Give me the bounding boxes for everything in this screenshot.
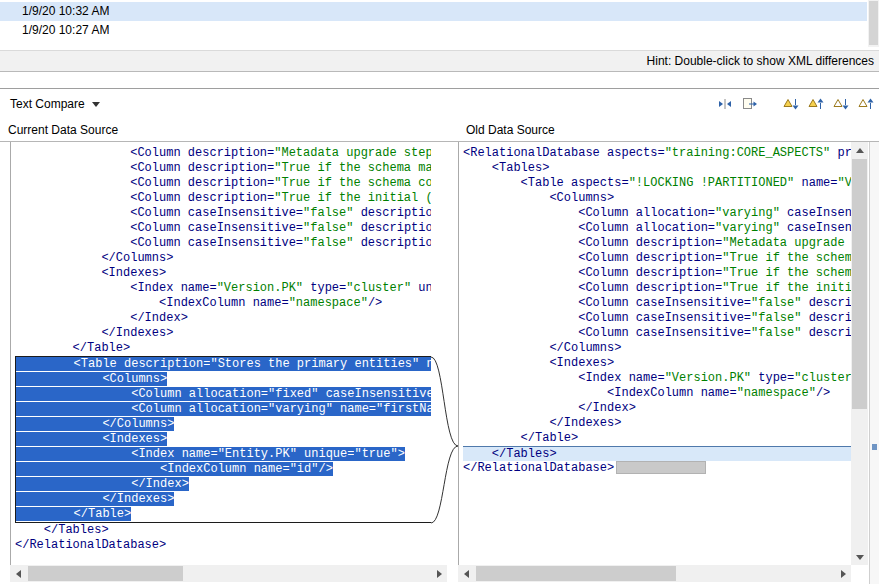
diff-connector-gutter <box>431 142 458 565</box>
diff-connector <box>431 142 458 565</box>
code-line: <Column description="Metadata upgrade st… <box>15 146 434 161</box>
previous-change-icon[interactable] <box>857 95 875 113</box>
code-line: </Indexes> <box>15 326 434 341</box>
swap-left-right-icon[interactable] <box>716 95 734 113</box>
code-line: </Columns> <box>15 251 434 266</box>
next-difference-icon[interactable] <box>782 95 800 113</box>
compare-header: Text Compare <box>0 89 879 119</box>
code-line: <Tables> <box>463 161 855 176</box>
code-line: </Tables> <box>463 446 855 461</box>
scroll-down-arrow[interactable] <box>851 549 868 565</box>
compare-title: Text Compare <box>10 97 85 111</box>
code-line: </Columns> <box>463 341 855 356</box>
code-line: </Indexes> <box>16 492 433 507</box>
code-line: <Index name="Entity.PK" unique="true"> <box>16 447 433 462</box>
code-line: <Indexes> <box>15 266 434 281</box>
code-line: </Index> <box>463 401 855 416</box>
code-line: <Column description="True if the initial… <box>463 281 855 296</box>
next-change-icon[interactable] <box>832 95 850 113</box>
code-line: <IndexColumn name="id"/> <box>16 462 433 477</box>
code-line: <Table description="Stores the primary e… <box>16 357 433 372</box>
left-arrow-icon <box>464 570 469 578</box>
left-diff-margin <box>0 142 11 565</box>
diff-selected-block: <Table description="Stores the primary e… <box>15 356 434 523</box>
code-line: </RelationalDatabase> <box>463 461 855 476</box>
code-line: <RelationalDatabase aspects="training:CO… <box>463 146 855 161</box>
dropdown-caret-icon <box>92 102 100 107</box>
code-line: <Column caseInsensitive="false" descript… <box>15 221 434 236</box>
code-line: <Column description="True if the schema … <box>15 176 434 191</box>
code-line: </Index> <box>16 477 433 492</box>
right-arrow-icon <box>841 570 846 578</box>
left-horizontal-scrollbar[interactable] <box>10 565 447 582</box>
code-line: <Table aspects="!LOCKING !PARTITIONED" n… <box>463 176 855 191</box>
history-scrollbar[interactable] <box>868 0 879 47</box>
history-row[interactable]: 1/9/20 10:32 AM <box>0 2 867 21</box>
right-pane-title: Old Data Source <box>466 123 555 137</box>
history-list: 1/9/20 10:32 AM1/9/20 10:27 AM <box>0 2 867 40</box>
right-vertical-scrollbar[interactable] <box>851 142 868 565</box>
down-arrow-icon <box>856 555 864 560</box>
code-line: </RelationalDatabase> <box>15 538 434 553</box>
hint-bar: Hint: Double-click to show XML differenc… <box>0 50 879 72</box>
code-line: <Index name="Version.PK" type="cluster" … <box>463 371 855 386</box>
insertion-placeholder <box>616 461 706 474</box>
copy-left-to-right-icon[interactable] <box>741 95 759 113</box>
right-vscroll-thumb[interactable] <box>852 159 867 409</box>
code-line: <Column caseInsensitive="false" descript… <box>463 296 855 311</box>
code-line: <Columns> <box>16 372 433 387</box>
code-line: <Column allocation="varying" name="first… <box>16 402 433 417</box>
right-horizontal-scrollbar[interactable] <box>458 565 851 582</box>
left-hscroll-thumb[interactable] <box>28 566 183 581</box>
code-line: <Column allocation="varying" caseInsensi… <box>463 221 855 236</box>
code-line: </Indexes> <box>463 416 855 431</box>
left-pane-title: Current Data Source <box>8 123 118 137</box>
code-line: <Column caseInsensitive="false" descript… <box>463 326 855 341</box>
left-code[interactable]: <Column description="Metadata upgrade st… <box>11 142 435 565</box>
text-compare-menu[interactable]: Text Compare <box>10 97 100 111</box>
diff-overview-marker[interactable] <box>872 444 877 450</box>
code-line: <IndexColumn name="namespace"/> <box>463 386 855 401</box>
panes: <Column description="Metadata upgrade st… <box>0 142 879 584</box>
previous-difference-icon[interactable] <box>807 95 825 113</box>
code-line: <Column caseInsensitive="false" descript… <box>463 311 855 326</box>
hint-text: Hint: Double-click to show XML differenc… <box>647 54 874 68</box>
code-line: </Table> <box>15 341 434 356</box>
right-code[interactable]: <RelationalDatabase aspects="training:CO… <box>458 142 856 565</box>
right-hscroll-thumb[interactable] <box>476 566 676 581</box>
code-line: <Column description="True if the schema … <box>15 161 434 176</box>
code-line: <IndexColumn name="namespace"/> <box>15 296 434 311</box>
up-arrow-icon <box>856 148 864 153</box>
code-line: </Table> <box>16 507 433 522</box>
code-line: <Column caseInsensitive="false" descript… <box>15 236 434 251</box>
code-line: <Column allocation="varying" caseInsensi… <box>463 206 855 221</box>
code-line: <Indexes> <box>463 356 855 371</box>
scroll-right-arrow[interactable] <box>431 565 447 582</box>
code-line: <Indexes> <box>16 432 433 447</box>
code-line: </Tables> <box>15 523 434 538</box>
code-line: <Column description="True if the schema … <box>463 251 855 266</box>
scroll-right-arrow[interactable] <box>835 565 851 582</box>
right-arrow-icon <box>437 570 442 578</box>
code-line: </Table> <box>463 431 855 446</box>
code-line: </Index> <box>15 311 434 326</box>
code-line: </Columns> <box>16 417 433 432</box>
history-row[interactable]: 1/9/20 10:27 AM <box>0 21 867 40</box>
code-line: <Columns> <box>463 191 855 206</box>
code-line: <Column description="True if the initial… <box>15 191 434 206</box>
history-scrollbar-thumb[interactable] <box>869 1 878 45</box>
text-compare-panel: Text Compare Current Data Source Old Dat… <box>0 88 879 584</box>
overview-ruler[interactable] <box>869 142 879 584</box>
compare-toolbar <box>716 95 875 113</box>
code-line: <Column caseInsensitive="false" descript… <box>15 206 434 221</box>
code-line: <Column description="True if the schema … <box>463 266 855 281</box>
code-line: <Column description="Metadata upgrade st… <box>463 236 855 251</box>
scroll-up-arrow[interactable] <box>851 142 868 158</box>
code-line: <Index name="Version.PK" type="cluster" … <box>15 281 434 296</box>
history-panel: 1/9/20 10:32 AM1/9/20 10:27 AM Hint: Dou… <box>0 0 879 72</box>
code-line: <Column allocation="fixed" caseInsensiti… <box>16 387 433 402</box>
scroll-left-arrow[interactable] <box>10 565 26 582</box>
scroll-left-arrow[interactable] <box>458 565 474 582</box>
pane-titles: Current Data Source Old Data Source <box>0 119 879 142</box>
left-arrow-icon <box>16 570 21 578</box>
